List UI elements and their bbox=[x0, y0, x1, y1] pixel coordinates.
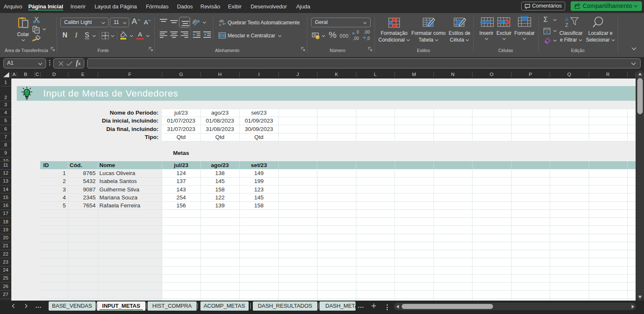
svg-text:Z: Z bbox=[565, 22, 568, 28]
svg-text:A: A bbox=[565, 17, 569, 23]
svg-text:c: c bbox=[219, 22, 221, 26]
svg-text:ab: ab bbox=[192, 18, 198, 25]
